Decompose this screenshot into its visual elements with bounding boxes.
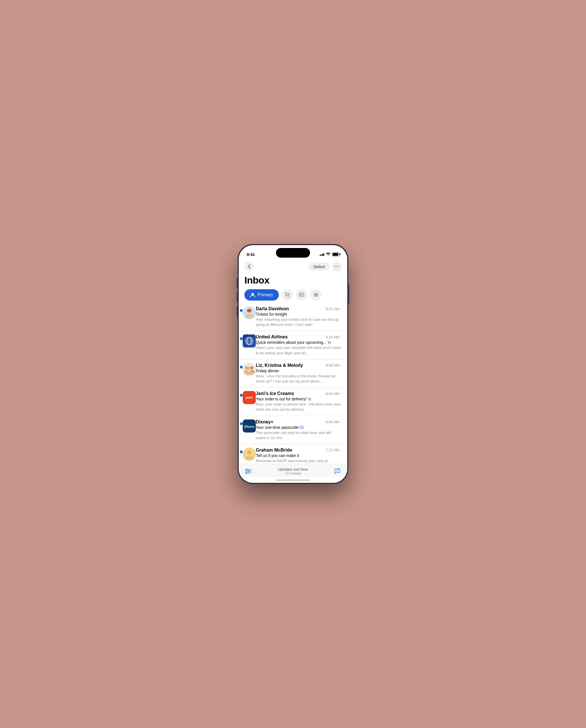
email-subject-graham: Tell us if you can make it (256, 453, 342, 458)
bottom-toolbar: Updated Just Now 12 Unread (239, 464, 347, 477)
email-sender-group: Liz, Kristina & Melody (256, 363, 303, 368)
status-time: 9:41 (247, 252, 255, 257)
unread-dot-graham (240, 450, 243, 453)
signal-bars (320, 253, 324, 256)
email-content-jenis: Jeni's Ice Creams 8:42 AM › Your order i… (256, 391, 342, 412)
email-preview-united: Here's your very own checklist with what… (256, 345, 342, 355)
message-badge-disney (299, 425, 303, 430)
avatar-graham (243, 448, 256, 461)
email-time-row-jenis: 8:42 AM › (326, 391, 342, 396)
email-preview-group: Wow, I love the formality of this invite… (256, 374, 342, 384)
tab-shopping[interactable] (282, 289, 293, 301)
email-header-disney: Disney+ 8:05 AM › (256, 420, 342, 425)
svg-point-25 (246, 469, 247, 470)
page-title: Inbox (239, 274, 347, 289)
email-item-disney[interactable]: Disney+ Disney+ 8:05 AM › Your one-time … (239, 416, 347, 444)
email-sender-graham: Graham McBride (256, 448, 292, 453)
filter-tabs: Primary (239, 289, 347, 301)
unread-dot (240, 309, 243, 312)
email-header-graham: Graham McBride 7:17 AM › (256, 448, 342, 453)
compose-button[interactable] (333, 467, 342, 475)
email-time-row-disney: 8:05 AM › (326, 420, 342, 424)
email-item-jenis[interactable]: jeni's Jeni's Ice Creams 8:42 AM › Your … (239, 387, 347, 416)
email-item-darla[interactable]: Darla Davidson 9:27 AM › Tickets for ton… (239, 303, 347, 331)
email-preview-disney: This passcode can only be used once and … (256, 430, 342, 441)
avatar-jenis: jeni's (243, 391, 256, 404)
tab-primary-label: Primary (258, 292, 273, 298)
email-item-united[interactable]: United Airlines 9:10 AM › Quick reminder… (239, 331, 347, 359)
email-sender-jenis: Jeni's Ice Creams (256, 391, 294, 396)
status-bar: 9:41 (239, 245, 347, 259)
tab-promotions[interactable] (310, 289, 321, 301)
email-time-darla: 9:27 AM (326, 307, 339, 311)
wifi-icon (326, 252, 330, 256)
dynamic-island (276, 248, 310, 258)
volume-down-button[interactable] (237, 306, 238, 317)
back-button[interactable] (244, 261, 254, 271)
svg-point-2 (338, 266, 339, 267)
email-content-graham: Graham McBride 7:17 AM › Tell us if you … (256, 448, 342, 463)
email-preview-jenis: Rich, your order is almost here. The ite… (256, 402, 342, 412)
svg-text:Disney+: Disney+ (244, 424, 255, 429)
svg-point-20 (310, 400, 311, 401)
more-button[interactable] (332, 261, 342, 271)
unread-dot-united (240, 337, 243, 340)
email-subject-group: Friday dinner (256, 369, 342, 373)
battery-icon (332, 253, 339, 256)
avatar-darla (243, 306, 256, 319)
avatar-group (243, 363, 256, 376)
unread-dot-disney (240, 422, 243, 425)
email-time-row-darla: 9:27 AM › (326, 306, 342, 311)
email-subject-darla: Tickets for tonight (256, 312, 342, 317)
phone-screen: 9:41 (239, 245, 347, 483)
email-sender-united: United Airlines (256, 334, 288, 340)
email-time-row-group: 8:58 AM › (326, 363, 342, 368)
tab-primary[interactable]: Primary (244, 289, 279, 301)
nav-right-buttons: Select (309, 261, 342, 271)
toolbar-center: Updated Just Now 12 Unread (278, 467, 308, 475)
email-header-united: United Airlines 9:10 AM › (256, 334, 342, 340)
email-time-graham: 7:17 AM (326, 448, 339, 452)
avatar-united (243, 334, 256, 348)
svg-point-0 (335, 266, 336, 267)
email-list: Darla Davidson 9:27 AM › Tickets for ton… (239, 303, 347, 464)
email-preview-graham: Reminder to RSVP and reserve your seat a… (256, 458, 342, 463)
tab-messages[interactable] (296, 289, 307, 301)
toolbar-updated: Updated Just Now (278, 467, 308, 472)
volume-up-button[interactable] (237, 292, 238, 303)
email-item-graham[interactable]: Graham McBride 7:17 AM › Tell us if you … (239, 444, 347, 464)
svg-point-1 (337, 266, 337, 267)
email-header-group: Liz, Kristina & Melody 8:58 AM › (256, 363, 342, 368)
home-indicator (239, 477, 347, 483)
svg-point-26 (248, 471, 249, 472)
svg-point-7 (315, 294, 316, 296)
signal-bar-2 (321, 254, 322, 256)
email-preview-darla: Hey! Attaching your tickets here in case… (256, 317, 342, 327)
chevron-right-darla: › (340, 306, 342, 311)
email-time-row-united: 9:10 AM › (326, 335, 342, 339)
email-subject-jenis: Your order is out for delivery! (256, 397, 342, 401)
email-header-darla: Darla Davidson 9:27 AM › (256, 306, 342, 311)
chevron-right-graham: › (340, 448, 342, 452)
email-subject-disney: Your one-time passcode (256, 425, 342, 430)
filter-icon[interactable] (244, 467, 253, 475)
signal-bar-4 (323, 253, 324, 256)
avatar-disney: Disney+ (243, 420, 256, 432)
nav-bar: Select (239, 259, 347, 274)
chevron-right-group: › (340, 363, 342, 368)
email-time-group: 8:58 AM (326, 363, 339, 368)
svg-point-19 (309, 400, 309, 401)
chevron-right-disney: › (340, 420, 342, 424)
unread-dot-group (240, 366, 243, 369)
chevron-right-united: › (340, 335, 342, 339)
svg-rect-6 (299, 293, 304, 296)
email-content-group: Liz, Kristina & Melody 8:58 AM › Friday … (256, 363, 342, 384)
signal-bar-1 (320, 255, 321, 256)
email-sender-disney: Disney+ (256, 420, 273, 425)
svg-point-4 (286, 296, 287, 297)
email-item-group[interactable]: Liz, Kristina & Melody 8:58 AM › Friday … (239, 359, 347, 387)
chevron-right-jenis: › (340, 391, 342, 396)
select-button[interactable]: Select (309, 262, 330, 271)
email-time-united: 9:10 AM (326, 335, 339, 339)
email-time-jenis: 8:42 AM (326, 392, 339, 396)
